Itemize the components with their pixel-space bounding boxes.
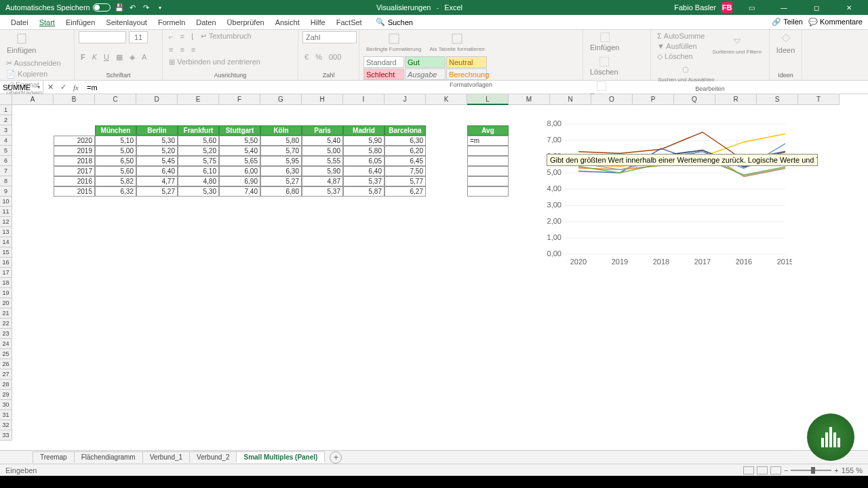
menu-daten[interactable]: Daten	[191, 16, 221, 28]
row-header-9[interactable]: 9	[0, 186, 12, 197]
underline-button[interactable]: U	[102, 52, 111, 62]
cell[interactable]: 6,05	[343, 156, 384, 166]
row-header-6[interactable]: 6	[0, 156, 12, 166]
line-chart[interactable]: 0,001,002,003,004,005,006,007,008,002020…	[541, 119, 792, 268]
menu-formeln[interactable]: Formeln	[153, 16, 191, 28]
sort-filter-button[interactable]: Sortieren und Filtern	[709, 37, 764, 56]
row-header-30[interactable]: 30	[0, 400, 12, 410]
row-header-7[interactable]: 7	[0, 166, 12, 176]
cell[interactable]: 5,60	[178, 136, 219, 146]
page-layout-view-icon[interactable]	[757, 466, 768, 474]
cell[interactable]: 6,00	[219, 166, 260, 176]
row-header-28[interactable]: 28	[0, 380, 12, 390]
cell-style-schlecht[interactable]: Schlecht	[363, 68, 404, 80]
cell-style-standard[interactable]: Standard	[363, 56, 404, 68]
cell[interactable]: 7,50	[384, 166, 426, 176]
cell-style-gut[interactable]: Gut	[405, 56, 446, 68]
cell[interactable]: Paris	[302, 125, 343, 136]
cell[interactable]: 5,30	[178, 186, 219, 197]
row-header-18[interactable]: 18	[0, 278, 12, 288]
col-header-S[interactable]: S	[757, 94, 798, 105]
cell[interactable]: 2018	[54, 156, 95, 166]
zoom-out-icon[interactable]: −	[784, 466, 788, 474]
cell[interactable]	[467, 166, 509, 176]
cell-style-ausgabe[interactable]: Ausgabe	[405, 68, 446, 80]
cell[interactable]: 5,55	[302, 156, 343, 166]
comma-icon[interactable]: 000	[327, 52, 343, 62]
cell[interactable]: 5,75	[178, 156, 219, 166]
cell[interactable]: 6,50	[95, 156, 136, 166]
col-header-D[interactable]: D	[136, 94, 178, 105]
row-header-20[interactable]: 20	[0, 298, 12, 308]
fill-color-dropdown[interactable]: ◈	[127, 52, 137, 62]
row-header-3[interactable]: 3	[0, 125, 12, 136]
font-color-dropdown[interactable]: A	[140, 52, 149, 62]
row-header-19[interactable]: 19	[0, 288, 12, 298]
col-header-P[interactable]: P	[633, 94, 674, 105]
cell[interactable]: Stuttgart	[219, 125, 260, 136]
cell[interactable]: 5,70	[260, 146, 302, 156]
menu-start[interactable]: Start	[34, 16, 60, 28]
cell[interactable]: 5,20	[136, 146, 178, 156]
maximize-icon[interactable]: ◻	[803, 0, 830, 15]
cell[interactable]: 5,50	[219, 136, 260, 146]
row-header-14[interactable]: 14	[0, 237, 12, 247]
cell[interactable]: 4,77	[136, 176, 178, 186]
row-header-23[interactable]: 23	[0, 329, 12, 339]
format-as-table-button[interactable]: Als Tabelle formatieren	[427, 31, 487, 54]
menu-seitenlayout[interactable]: Seitenlayout	[100, 16, 153, 28]
clear-button[interactable]: ◇ Löschen	[655, 52, 707, 62]
cell[interactable]: 5,45	[136, 156, 178, 166]
row-header-1[interactable]: 1	[0, 105, 12, 115]
cut-button[interactable]: ✂ Ausschneiden	[4, 58, 70, 68]
cell[interactable]	[467, 176, 509, 186]
copy-button[interactable]: 📄 Kopieren	[4, 69, 70, 79]
menu-überprüfen[interactable]: Überprüfen	[222, 16, 270, 28]
search-box[interactable]: 🔍 Suchen	[376, 18, 413, 26]
undo-icon[interactable]: ↶	[128, 3, 138, 12]
bold-button[interactable]: F	[79, 52, 87, 62]
active-cell[interactable]: =m	[467, 136, 509, 146]
row-header-25[interactable]: 25	[0, 349, 12, 359]
merge-button[interactable]: ⊞ Verbinden und zentrieren	[167, 57, 262, 67]
sheet-tab[interactable]: Verbund_2	[189, 451, 237, 463]
comments-button[interactable]: 💬 Kommentare	[808, 18, 863, 26]
italic-button[interactable]: K	[90, 52, 99, 62]
cell[interactable]: 5,27	[260, 176, 302, 186]
font-name-dropdown[interactable]	[79, 31, 126, 43]
currency-icon[interactable]: €	[302, 52, 311, 62]
menu-factset[interactable]: FactSet	[331, 16, 368, 28]
redo-icon[interactable]: ↷	[142, 3, 151, 12]
cell[interactable]: 6,40	[136, 166, 178, 176]
col-header-E[interactable]: E	[178, 94, 219, 105]
row-header-13[interactable]: 13	[0, 227, 12, 237]
cell[interactable]: 6,32	[95, 186, 136, 197]
conditional-formatting-button[interactable]: Bedingte Formatierung	[363, 31, 424, 54]
col-header-K[interactable]: K	[426, 94, 467, 105]
row-header-16[interactable]: 16	[0, 258, 12, 268]
cell[interactable]: 5,60	[95, 166, 136, 176]
paste-button[interactable]: Einfügen	[4, 31, 39, 56]
autosave-toggle[interactable]: Automatisches Speichern	[5, 3, 111, 12]
cell[interactable]: 6,90	[219, 176, 260, 186]
cell[interactable]: 5,80	[260, 136, 302, 146]
sheet-tab[interactable]: Treemap	[33, 451, 75, 463]
row-header-11[interactable]: 11	[0, 207, 12, 217]
find-select-button[interactable]: Suchen und Auswählen	[655, 64, 717, 84]
row-header-27[interactable]: 27	[0, 369, 12, 380]
col-header-L[interactable]: L	[467, 94, 509, 105]
close-icon[interactable]: ✕	[835, 0, 863, 15]
cell[interactable]	[467, 146, 509, 156]
percent-icon[interactable]: %	[313, 52, 324, 62]
sheet-tab[interactable]: Flächendiagramm	[74, 451, 143, 463]
cell[interactable]: Frankfurt	[178, 125, 219, 136]
cell[interactable]: 5,90	[343, 136, 384, 146]
number-format-dropdown[interactable]: Zahl	[302, 31, 357, 43]
col-header-H[interactable]: H	[302, 94, 343, 105]
normal-view-icon[interactable]	[743, 466, 754, 474]
cell[interactable]: 2017	[54, 166, 95, 176]
cell[interactable]: Barcelona	[384, 125, 426, 136]
share-button[interactable]: 🔗 Teilen	[772, 18, 803, 26]
row-header-15[interactable]: 15	[0, 247, 12, 258]
cell[interactable]: 6,10	[178, 166, 219, 176]
